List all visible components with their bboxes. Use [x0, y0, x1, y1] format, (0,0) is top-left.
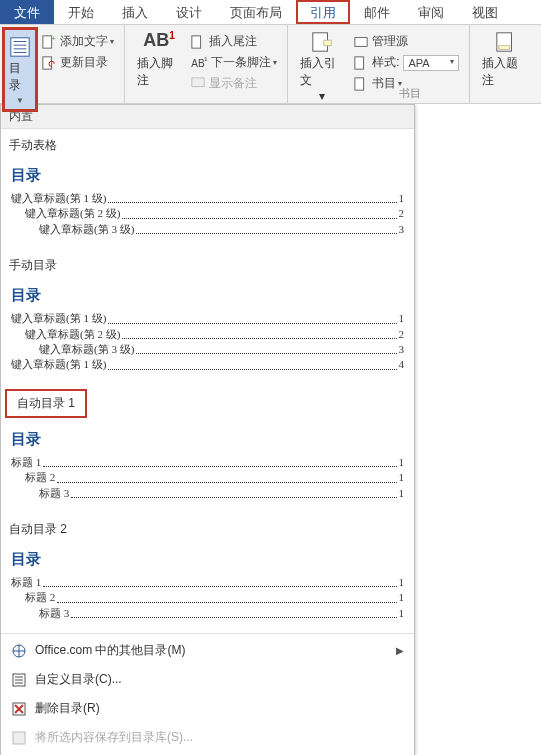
remove-icon: [11, 701, 27, 717]
preview-manual-toc[interactable]: 目录 键入章标题(第 1 级)1 键入章标题(第 2 级)2 键入章标题(第 3…: [11, 286, 404, 373]
toc-button-label: 目录: [9, 60, 31, 94]
globe-icon: [11, 643, 27, 659]
chevron-down-icon: ▾: [450, 57, 454, 69]
show-notes-button[interactable]: 显示备注: [191, 73, 277, 94]
tab-review[interactable]: 审阅: [404, 0, 458, 24]
svg-rect-13: [355, 56, 364, 68]
notes-icon: [191, 77, 205, 91]
chevron-down-icon: ▾: [110, 37, 114, 46]
tab-references[interactable]: 引用: [296, 0, 350, 24]
citation-icon: [311, 31, 333, 53]
preview-manual-table[interactable]: 目录 键入章标题(第 1 级)1 键入章标题(第 2 级)2 键入章标题(第 3…: [11, 166, 404, 237]
menu-custom-toc[interactable]: 自定义目录(C)...: [1, 665, 414, 694]
menu-office-more[interactable]: Office.com 中的其他目录(M) ▶: [1, 636, 414, 665]
preview-auto-toc1[interactable]: 目录 标题 11 标题 21 标题 31: [11, 430, 404, 501]
svg-rect-8: [192, 35, 201, 47]
toc-dropdown-panel: 内置 手动表格 目录 键入章标题(第 1 级)1 键入章标题(第 2 级)2 键…: [0, 104, 415, 755]
tab-home[interactable]: 开始: [54, 0, 108, 24]
manage-sources-icon: [354, 35, 368, 49]
section-auto-toc1[interactable]: 自动目录 1: [5, 389, 87, 418]
insert-citation-button[interactable]: 插入引文 ▾: [294, 27, 350, 107]
preview-title: 目录: [11, 430, 404, 449]
next-footnote-icon: AB¹: [191, 55, 207, 69]
svg-rect-12: [355, 37, 367, 46]
insert-footnote-button[interactable]: AB1 插入脚注: [131, 27, 187, 93]
save-icon: [11, 730, 27, 746]
style-combo[interactable]: APA ▾: [403, 55, 459, 71]
bibliography-extra-label: 书目: [399, 86, 421, 101]
add-text-button[interactable]: + 添加文字 ▾: [42, 31, 114, 52]
citation-style-select[interactable]: 样式: APA ▾: [354, 52, 459, 73]
svg-rect-7: [43, 56, 52, 68]
update-toc-button[interactable]: 更新目录: [42, 52, 114, 73]
custom-toc-icon: [11, 672, 27, 688]
ribbon-tabs: 文件 开始 插入 设计 页面布局 引用 邮件 审阅 视图: [0, 0, 541, 25]
tab-design[interactable]: 设计: [162, 0, 216, 24]
chevron-down-icon: ▾: [319, 89, 325, 103]
insert-caption-button[interactable]: 插入题注: [476, 27, 535, 93]
tab-layout[interactable]: 页面布局: [216, 0, 296, 24]
footnote-ab-icon: AB1: [143, 31, 175, 49]
svg-rect-11: [324, 40, 331, 46]
menu-remove-toc[interactable]: 删除目录(R): [1, 694, 414, 723]
refresh-icon: [42, 56, 56, 70]
toc-button[interactable]: 目录 ▼: [2, 27, 38, 112]
section-auto-toc2[interactable]: 自动目录 2: [1, 513, 414, 542]
svg-rect-0: [11, 38, 29, 56]
toc-icon: [9, 36, 31, 58]
tab-insert[interactable]: 插入: [108, 0, 162, 24]
menu-save-selection: 将所选内容保存到目录库(S)...: [1, 723, 414, 752]
next-footnote-button[interactable]: AB¹ 下一条脚注 ▾: [191, 52, 277, 73]
svg-text:+: +: [52, 35, 56, 42]
style-icon: [354, 56, 368, 70]
svg-rect-16: [498, 46, 509, 50]
add-text-icon: +: [42, 35, 56, 49]
section-manual-table[interactable]: 手动表格: [1, 129, 414, 158]
svg-rect-5: [43, 35, 52, 47]
panel-builtin-header: 内置: [1, 105, 414, 129]
preview-title: 目录: [11, 166, 404, 185]
svg-rect-14: [355, 77, 364, 89]
chevron-down-icon: ▾: [273, 58, 277, 67]
bibliography-icon: [354, 77, 368, 91]
preview-title: 目录: [11, 550, 404, 569]
preview-title: 目录: [11, 286, 404, 305]
tab-mail[interactable]: 邮件: [350, 0, 404, 24]
manage-sources-button[interactable]: 管理源: [354, 31, 459, 52]
tab-file[interactable]: 文件: [0, 0, 54, 24]
caption-icon: [495, 31, 517, 53]
svg-rect-25: [13, 732, 25, 744]
chevron-down-icon: ▼: [16, 96, 24, 105]
section-manual-toc[interactable]: 手动目录: [1, 249, 414, 278]
chevron-right-icon: ▶: [396, 645, 404, 656]
preview-auto-toc2[interactable]: 目录 标题 11 标题 21 标题 31: [11, 550, 404, 621]
tab-view[interactable]: 视图: [458, 0, 512, 24]
endnote-icon: [191, 35, 205, 49]
svg-rect-9: [192, 77, 204, 86]
ribbon: 目录 ▼ + 添加文字 ▾ 更新目录 AB1 插入脚注 插入尾注: [0, 25, 541, 104]
insert-endnote-button[interactable]: 插入尾注: [191, 31, 277, 52]
